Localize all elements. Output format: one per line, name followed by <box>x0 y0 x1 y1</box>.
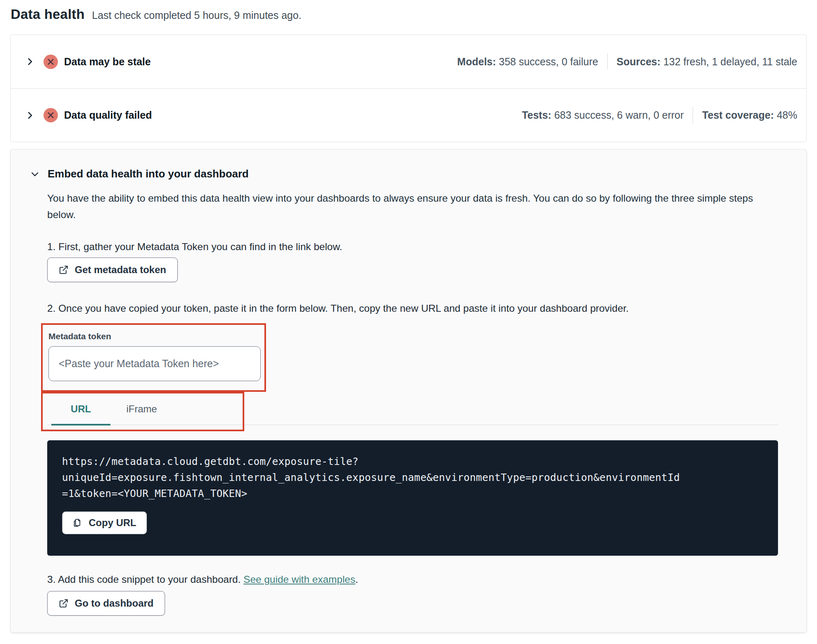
metadata-token-input[interactable] <box>48 346 261 381</box>
step-3-text: 3. Add this code snippet to your dashboa… <box>47 574 778 585</box>
step-2-text: 2. Once you have copied your token, past… <box>47 303 778 314</box>
embed-section: Embed data health into your dashboard Yo… <box>10 149 807 632</box>
annotation-box-token: Metadata token <box>41 323 266 392</box>
tab-iframe[interactable]: iFrame <box>111 394 172 425</box>
stats-divider <box>693 107 693 124</box>
test-coverage-stat: Test coverage:48% <box>702 109 797 121</box>
last-check-status: Last check completed 5 hours, 9 minutes … <box>92 9 301 21</box>
copy-url-button[interactable]: Copy URL <box>62 511 147 534</box>
get-metadata-token-button[interactable]: Get metadata token <box>47 258 178 282</box>
embed-description: You have the ability to embed this data … <box>47 190 753 223</box>
x-circle-icon <box>44 55 58 69</box>
chevron-right-icon[interactable] <box>23 108 37 122</box>
code-line: =1&token=<YOUR_METADATA_TOKEN> <box>62 485 763 501</box>
x-circle-icon <box>44 108 58 122</box>
metadata-token-label: Metadata token <box>48 331 259 341</box>
embed-section-header[interactable]: Embed data health into your dashboard <box>30 168 778 180</box>
stats-divider <box>607 53 608 70</box>
sources-stat: Sources:132 fresh, 1 delayed, 11 stale <box>617 56 797 68</box>
chevron-right-icon[interactable] <box>23 55 37 69</box>
data-health-status-card: Data may be stale Models:358 success, 0 … <box>10 34 807 142</box>
page-header: Data health Last check completed 5 hours… <box>0 0 817 22</box>
status-row-quality[interactable]: Data quality failed Tests:683 success, 6… <box>11 88 806 142</box>
status-row-stale[interactable]: Data may be stale Models:358 success, 0 … <box>11 35 806 88</box>
output-format-tabs: URL iFrame <box>47 394 778 434</box>
status-row-title: Data may be stale <box>64 56 151 68</box>
chevron-down-icon[interactable] <box>30 169 40 179</box>
tab-url[interactable]: URL <box>50 394 111 425</box>
tests-stat: Tests:683 success, 6 warn, 0 error <box>522 109 684 121</box>
external-link-icon <box>59 598 69 608</box>
go-to-dashboard-button[interactable]: Go to dashboard <box>47 591 165 616</box>
external-link-icon <box>59 265 69 275</box>
guide-link[interactable]: See guide with examples <box>243 574 355 585</box>
copy-icon <box>73 518 83 528</box>
step-1-text: 1. First, gather your Metadata Token you… <box>47 241 778 253</box>
models-stat: Models:358 success, 0 failure <box>457 56 598 68</box>
status-row-stats: Models:358 success, 0 failure Sources:13… <box>457 53 797 70</box>
code-line: https://metadata.cloud.getdbt.com/exposu… <box>62 453 763 469</box>
status-row-stats: Tests:683 success, 6 warn, 0 error Test … <box>522 107 797 124</box>
status-row-title: Data quality failed <box>64 109 152 121</box>
code-line: uniqueId=exposure.fishtown_internal_anal… <box>62 469 763 485</box>
embed-url-code-block: https://metadata.cloud.getdbt.com/exposu… <box>47 440 778 556</box>
page-title: Data health <box>11 7 85 22</box>
tab-strip: URL iFrame <box>47 394 778 425</box>
embed-section-title: Embed data health into your dashboard <box>48 168 249 180</box>
